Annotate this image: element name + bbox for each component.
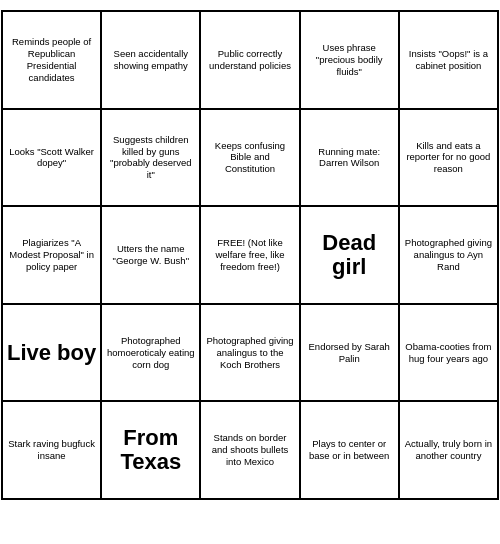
bingo-cell-13: Dead girl [300, 206, 399, 304]
bingo-cell-18: Endorsed by Sarah Palin [300, 304, 399, 402]
bingo-cell-24: Actually, truly born in another country [399, 401, 498, 499]
cell-text-11: Utters the name "George W. Bush" [105, 243, 196, 267]
cell-text-19: Obama-cooties from hug four years ago [403, 341, 494, 365]
bingo-cell-14: Photographed giving analingus to Ayn Ran… [399, 206, 498, 304]
bingo-cell-12: FREE! (Not like welfare free, like freed… [200, 206, 299, 304]
cell-text-0: Reminds people of Republican Presidentia… [6, 36, 97, 84]
bingo-cell-22: Stands on border and shoots bullets into… [200, 401, 299, 499]
cell-text-2: Public correctly understand policies [204, 48, 295, 72]
bingo-cell-3: Uses phrase "precious bodily fluids" [300, 11, 399, 109]
cell-text-22: Stands on border and shoots bullets into… [204, 432, 295, 468]
cell-text-10: Plagiarizes "A Modest Proposal" in polic… [6, 237, 97, 273]
bingo-cell-21: From Texas [101, 401, 200, 499]
cell-text-14: Photographed giving analingus to Ayn Ran… [403, 237, 494, 273]
cell-text-16: Photographed homoeroticaly eating corn d… [105, 335, 196, 371]
bingo-cell-19: Obama-cooties from hug four years ago [399, 304, 498, 402]
bingo-cell-4: Insists "Oops!" is a cabinet position [399, 11, 498, 109]
bingo-cell-20: Stark raving bugfuck insane [2, 401, 101, 499]
bingo-cell-1: Seen accidentally showing empathy [101, 11, 200, 109]
bingo-title [0, 0, 500, 10]
bingo-cell-2: Public correctly understand policies [200, 11, 299, 109]
cell-text-24: Actually, truly born in another country [403, 438, 494, 462]
bingo-cell-5: Looks "Scott Walker dopey" [2, 109, 101, 207]
cell-text-21: From Texas [105, 426, 196, 474]
cell-text-12: FREE! (Not like welfare free, like freed… [204, 237, 295, 273]
cell-text-13: Dead girl [304, 231, 395, 279]
cell-text-9: Kills and eats a reporter for no good re… [403, 140, 494, 176]
bingo-cell-11: Utters the name "George W. Bush" [101, 206, 200, 304]
bingo-cell-7: Keeps confusing Bible and Constitution [200, 109, 299, 207]
bingo-cell-6: Suggests children killed by guns "probab… [101, 109, 200, 207]
bingo-cell-23: Plays to center or base or in between [300, 401, 399, 499]
cell-text-17: Photographed giving analingus to the Koc… [204, 335, 295, 371]
cell-text-1: Seen accidentally showing empathy [105, 48, 196, 72]
bingo-cell-17: Photographed giving analingus to the Koc… [200, 304, 299, 402]
bingo-cell-9: Kills and eats a reporter for no good re… [399, 109, 498, 207]
bingo-grid: Reminds people of Republican Presidentia… [1, 10, 499, 500]
bingo-cell-8: Running mate: Darren Wilson [300, 109, 399, 207]
cell-text-20: Stark raving bugfuck insane [6, 438, 97, 462]
cell-text-8: Running mate: Darren Wilson [304, 146, 395, 170]
cell-text-7: Keeps confusing Bible and Constitution [204, 140, 295, 176]
bingo-cell-0: Reminds people of Republican Presidentia… [2, 11, 101, 109]
cell-text-5: Looks "Scott Walker dopey" [6, 146, 97, 170]
cell-text-15: Live boy [7, 341, 96, 365]
cell-text-6: Suggests children killed by guns "probab… [105, 134, 196, 182]
bingo-cell-15: Live boy [2, 304, 101, 402]
cell-text-23: Plays to center or base or in between [304, 438, 395, 462]
cell-text-4: Insists "Oops!" is a cabinet position [403, 48, 494, 72]
bingo-cell-16: Photographed homoeroticaly eating corn d… [101, 304, 200, 402]
bingo-cell-10: Plagiarizes "A Modest Proposal" in polic… [2, 206, 101, 304]
cell-text-3: Uses phrase "precious bodily fluids" [304, 42, 395, 78]
cell-text-18: Endorsed by Sarah Palin [304, 341, 395, 365]
